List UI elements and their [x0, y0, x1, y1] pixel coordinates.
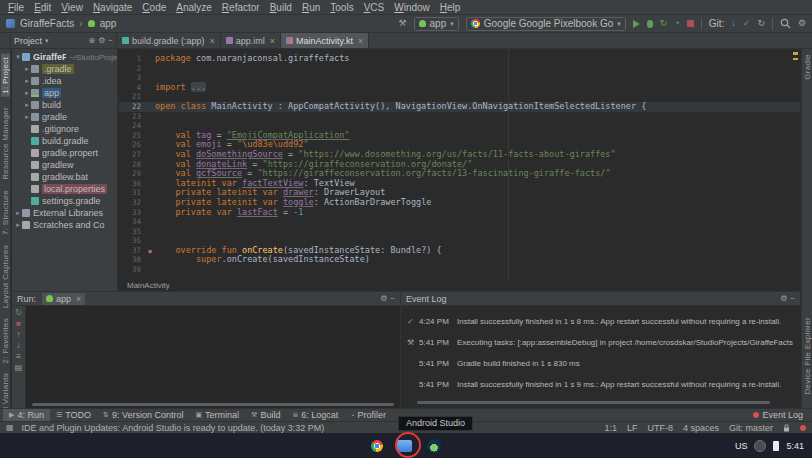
keyboard-layout-label[interactable]: US: [735, 441, 748, 451]
tree-item-idea[interactable]: ▸.idea: [12, 75, 117, 87]
code-line-22[interactable]: 22open class MainActivity : AppCompatAct…: [119, 102, 800, 112]
notification-dot-icon[interactable]: [800, 425, 806, 431]
up-icon[interactable]: ↑: [17, 330, 21, 340]
settings-gear-icon[interactable]: ⚙: [98, 36, 105, 45]
debug-button[interactable]: [647, 20, 653, 28]
event-log-entries[interactable]: ✓4:24 PMInstall successfully finished in…: [401, 306, 800, 408]
editor-tab-build-gradle-app[interactable]: build.gradle (:app)×: [117, 33, 221, 48]
toolwindow-button-event-log[interactable]: Event Log: [747, 409, 809, 421]
stop-button[interactable]: [687, 20, 694, 27]
toolwindow-button-4-run[interactable]: ▶4: Run: [3, 409, 50, 421]
clear-icon[interactable]: ▤: [15, 363, 23, 373]
tree-item-settings-gradle[interactable]: settings.gradle: [12, 195, 117, 207]
run-button[interactable]: [633, 20, 640, 28]
tree-item-gradle-propert[interactable]: gradle.propert: [12, 147, 117, 159]
menu-item-run[interactable]: Run: [297, 2, 325, 13]
line-separator[interactable]: LF: [627, 423, 638, 433]
menu-item-vcs[interactable]: VCS: [359, 2, 390, 13]
toolwindow-stripe-layout-captures[interactable]: Layout Captures: [1, 245, 10, 308]
device-select[interactable]: Google Google Pixelbook Go ▾: [466, 17, 626, 31]
tree-item-gradle[interactable]: ▸.gradle: [12, 63, 117, 75]
profiler-icon[interactable]: ◔: [674, 19, 679, 28]
menu-item-help[interactable]: Help: [435, 2, 466, 13]
code-line-39[interactable]: 39: [119, 265, 800, 275]
hide-panel-icon[interactable]: −: [390, 294, 395, 303]
warning-scroll-mark[interactable]: [793, 58, 798, 60]
code-line-34[interactable]: 34: [119, 217, 800, 227]
indent-setting[interactable]: 4 spaces: [683, 423, 719, 433]
stop-icon[interactable]: ■: [16, 319, 21, 329]
system-tray[interactable]: US 5:41: [735, 433, 804, 458]
apply-changes-icon[interactable]: ↻: [660, 19, 668, 28]
editor-tab-app-iml[interactable]: app.iml×: [221, 33, 281, 48]
code-line-2[interactable]: 2: [119, 64, 800, 74]
git-update-icon[interactable]: ↓: [731, 19, 736, 28]
menu-icon[interactable]: ≡: [16, 352, 21, 362]
build-hammer-icon[interactable]: ⚒: [398, 19, 406, 28]
toolwindow-stripe-1-project[interactable]: 1: Project: [1, 54, 10, 97]
toolwindow-stripe-7-structure[interactable]: 7: Structure: [1, 190, 10, 235]
editor-tab-mainactivity-kt[interactable]: MainActivity.kt×: [281, 33, 369, 48]
code-line-38[interactable]: 38 super.onCreate(savedInstanceState): [119, 255, 800, 265]
run-tab-app[interactable]: app ×: [42, 293, 85, 305]
toolwindow-stripe-device-file-explorer[interactable]: Device File Explorer: [803, 317, 812, 395]
android-studio-taskbar-icon[interactable]: [426, 438, 442, 454]
git-branch[interactable]: Git: master: [729, 423, 773, 433]
menu-item-refactor[interactable]: Refactor: [217, 2, 265, 13]
tree-item-gradle[interactable]: ▸gradle: [12, 111, 117, 123]
editor-breadcrumb[interactable]: MainActivity: [119, 281, 800, 291]
horizontal-scrollbar[interactable]: [32, 403, 394, 406]
toolwindow-button-terminal[interactable]: ▣Terminal: [189, 409, 245, 421]
code-line-4[interactable]: 4import ...: [119, 83, 800, 93]
menu-item-tools[interactable]: Tools: [325, 2, 358, 13]
locate-file-icon[interactable]: ⊕: [88, 36, 95, 45]
run-configuration-select[interactable]: app ▾: [414, 17, 459, 31]
tree-item-gradlew[interactable]: gradlew: [12, 159, 117, 171]
project-panel-title[interactable]: Project: [14, 36, 42, 46]
tree-item-gradlew-bat[interactable]: gradlew.bat: [12, 171, 117, 183]
chrome-taskbar-icon[interactable]: [371, 440, 383, 452]
close-icon[interactable]: ×: [358, 36, 363, 46]
tree-item-build[interactable]: ▸build: [12, 99, 117, 111]
settings-gear-icon[interactable]: ⚙: [780, 294, 787, 303]
toolwindow-stripe-gradle[interactable]: Gradle: [803, 54, 812, 80]
down-icon[interactable]: ↓: [17, 341, 21, 351]
file-encoding[interactable]: UTF-8: [647, 423, 673, 433]
tree-item-app[interactable]: ▸app: [12, 87, 117, 99]
settings-gear-icon[interactable]: ⚙: [798, 19, 806, 28]
code-line-35[interactable]: 35: [119, 227, 800, 237]
menu-item-edit[interactable]: Edit: [29, 2, 56, 13]
code-editor[interactable]: 1package com.naranjaconsal.giraffefacts2…: [119, 49, 800, 281]
tree-item-build-gradle[interactable]: build.gradle: [12, 135, 117, 147]
run-console-output[interactable]: [26, 306, 400, 408]
tree-item-gitignore[interactable]: .gitignore: [12, 123, 117, 135]
rerun-icon[interactable]: ↻: [15, 308, 22, 318]
toolwindow-button-todo[interactable]: ☰TODO: [50, 409, 97, 421]
clock[interactable]: 5:41: [786, 441, 804, 451]
code-line-33[interactable]: 33 private var lastFact = -1: [119, 208, 800, 218]
toolwindow-button-profiler[interactable]: ◔Profiler: [344, 409, 392, 421]
menu-item-build[interactable]: Build: [265, 2, 297, 13]
git-revert-icon[interactable]: ↻: [757, 19, 765, 28]
search-icon[interactable]: [780, 18, 791, 29]
close-icon[interactable]: ×: [270, 36, 275, 46]
toolwindow-stripe-2-favorites[interactable]: 2: Favorites: [1, 318, 10, 363]
toolbar-project-name[interactable]: GiraffeFacts: [20, 18, 74, 29]
menu-item-file[interactable]: File: [3, 2, 29, 13]
toolwindow-toggle-icon[interactable]: ▦: [6, 423, 14, 432]
toolwindow-button-6-logcat[interactable]: ≣6: Logcat: [286, 409, 344, 421]
menu-item-analyze[interactable]: Analyze: [171, 2, 217, 13]
hide-panel-icon[interactable]: −: [108, 36, 113, 45]
code-line-3[interactable]: 3: [119, 73, 800, 83]
tree-item-external-libraries[interactable]: ▸External Libraries: [12, 207, 117, 219]
close-icon[interactable]: ×: [210, 36, 215, 46]
menu-item-navigate[interactable]: Navigate: [88, 2, 137, 13]
toolbar-module-name[interactable]: app: [100, 18, 117, 29]
hide-panel-icon[interactable]: −: [790, 294, 795, 303]
menu-item-code[interactable]: Code: [137, 2, 171, 13]
caret-position[interactable]: 1:1: [604, 423, 617, 433]
toolwindow-button-build[interactable]: ⚒Build: [245, 409, 286, 421]
git-commit-icon[interactable]: ✓: [743, 19, 751, 28]
horizontal-scrollbar[interactable]: [417, 401, 770, 404]
menu-item-view[interactable]: View: [56, 2, 88, 13]
